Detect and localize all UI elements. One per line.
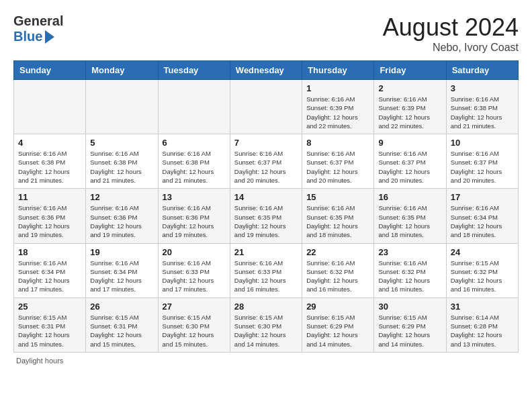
day-info: Sunrise: 6:16 AM Sunset: 6:34 PM Dayligh… — [18, 259, 81, 294]
header-day-friday: Friday — [374, 61, 446, 80]
day-info: Sunrise: 6:15 AM Sunset: 6:29 PM Dayligh… — [378, 313, 441, 349]
calendar-cell: 10Sunrise: 6:16 AM Sunset: 6:37 PM Dayli… — [446, 134, 518, 189]
day-number: 12 — [90, 192, 153, 202]
day-info: Sunrise: 6:15 AM Sunset: 6:31 PM Dayligh… — [90, 313, 153, 349]
week-row-1: 1Sunrise: 6:16 AM Sunset: 6:39 PM Daylig… — [14, 80, 519, 134]
day-info: Sunrise: 6:16 AM Sunset: 6:37 PM Dayligh… — [306, 149, 369, 185]
day-number: 16 — [378, 192, 441, 202]
location-title: Nebo, Ivory Coast — [383, 42, 519, 54]
day-info: Sunrise: 6:16 AM Sunset: 6:38 PM Dayligh… — [451, 95, 514, 130]
week-row-2: 4Sunrise: 6:16 AM Sunset: 6:38 PM Daylig… — [14, 134, 519, 189]
calendar-cell: 6Sunrise: 6:16 AM Sunset: 6:38 PM Daylig… — [158, 134, 230, 189]
calendar-cell: 12Sunrise: 6:16 AM Sunset: 6:36 PM Dayli… — [86, 189, 158, 243]
calendar-cell: 31Sunrise: 6:14 AM Sunset: 6:28 PM Dayli… — [446, 298, 518, 352]
day-number: 15 — [306, 192, 369, 202]
day-number: 20 — [163, 247, 226, 257]
day-info: Sunrise: 6:14 AM Sunset: 6:28 PM Dayligh… — [451, 313, 514, 349]
day-info: Sunrise: 6:16 AM Sunset: 6:33 PM Dayligh… — [163, 259, 226, 294]
logo: General Blue — [13, 13, 63, 44]
day-info: Sunrise: 6:16 AM Sunset: 6:38 PM Dayligh… — [18, 149, 81, 185]
day-info: Sunrise: 6:16 AM Sunset: 6:34 PM Dayligh… — [451, 203, 514, 239]
calendar-cell — [14, 80, 86, 134]
calendar-cell: 15Sunrise: 6:16 AM Sunset: 6:35 PM Dayli… — [302, 189, 374, 243]
calendar-cell: 13Sunrise: 6:16 AM Sunset: 6:36 PM Dayli… — [158, 189, 230, 243]
calendar-cell: 20Sunrise: 6:16 AM Sunset: 6:33 PM Dayli… — [158, 243, 230, 298]
calendar-cell: 18Sunrise: 6:16 AM Sunset: 6:34 PM Dayli… — [14, 243, 86, 298]
calendar-cell: 19Sunrise: 6:16 AM Sunset: 6:34 PM Dayli… — [86, 243, 158, 298]
day-number: 21 — [234, 247, 298, 257]
day-number: 25 — [18, 302, 81, 312]
week-row-4: 18Sunrise: 6:16 AM Sunset: 6:34 PM Dayli… — [14, 243, 519, 298]
footer: Daylight hours — [13, 357, 519, 365]
calendar-cell: 26Sunrise: 6:15 AM Sunset: 6:31 PM Dayli… — [86, 298, 158, 352]
calendar-table: SundayMondayTuesdayWednesdayThursdayFrid… — [13, 60, 519, 353]
day-number: 18 — [18, 247, 81, 257]
day-info: Sunrise: 6:16 AM Sunset: 6:36 PM Dayligh… — [163, 203, 226, 239]
calendar-cell: 24Sunrise: 6:15 AM Sunset: 6:32 PM Dayli… — [446, 243, 518, 298]
calendar-cell: 22Sunrise: 6:16 AM Sunset: 6:32 PM Dayli… — [302, 243, 374, 298]
day-info: Sunrise: 6:16 AM Sunset: 6:34 PM Dayligh… — [90, 259, 153, 294]
day-number: 3 — [451, 83, 514, 93]
day-number: 13 — [163, 192, 226, 202]
calendar-cell — [158, 80, 230, 134]
logo-general: General — [13, 13, 63, 29]
calendar-cell — [230, 80, 302, 134]
header-day-monday: Monday — [86, 61, 158, 80]
day-info: Sunrise: 6:16 AM Sunset: 6:32 PM Dayligh… — [306, 259, 369, 294]
day-number: 7 — [234, 138, 298, 148]
calendar-cell: 1Sunrise: 6:16 AM Sunset: 6:39 PM Daylig… — [302, 80, 374, 134]
day-number: 23 — [378, 247, 441, 257]
day-number: 28 — [234, 302, 298, 312]
day-number: 11 — [18, 192, 81, 202]
day-info: Sunrise: 6:15 AM Sunset: 6:30 PM Dayligh… — [234, 313, 298, 349]
day-number: 19 — [90, 247, 153, 257]
day-number: 29 — [306, 302, 369, 312]
day-number: 9 — [378, 138, 441, 148]
day-number: 4 — [18, 138, 81, 148]
logo-blue: Blue — [13, 29, 42, 44]
calendar-cell: 25Sunrise: 6:15 AM Sunset: 6:31 PM Dayli… — [14, 298, 86, 352]
day-info: Sunrise: 6:16 AM Sunset: 6:37 PM Dayligh… — [451, 149, 514, 185]
header-day-wednesday: Wednesday — [230, 61, 302, 80]
calendar-cell: 27Sunrise: 6:15 AM Sunset: 6:30 PM Dayli… — [158, 298, 230, 352]
calendar-cell: 17Sunrise: 6:16 AM Sunset: 6:34 PM Dayli… — [446, 189, 518, 243]
day-number: 26 — [90, 302, 153, 312]
day-info: Sunrise: 6:16 AM Sunset: 6:35 PM Dayligh… — [378, 203, 441, 239]
calendar-cell: 14Sunrise: 6:16 AM Sunset: 6:35 PM Dayli… — [230, 189, 302, 243]
calendar-cell: 7Sunrise: 6:16 AM Sunset: 6:37 PM Daylig… — [230, 134, 302, 189]
calendar-cell: 16Sunrise: 6:16 AM Sunset: 6:35 PM Dayli… — [374, 189, 446, 243]
day-info: Sunrise: 6:15 AM Sunset: 6:32 PM Dayligh… — [451, 259, 514, 294]
day-number: 2 — [378, 83, 441, 93]
day-info: Sunrise: 6:16 AM Sunset: 6:39 PM Dayligh… — [378, 95, 441, 130]
day-info: Sunrise: 6:15 AM Sunset: 6:30 PM Dayligh… — [163, 313, 226, 349]
calendar-cell: 9Sunrise: 6:16 AM Sunset: 6:37 PM Daylig… — [374, 134, 446, 189]
calendar-cell: 29Sunrise: 6:15 AM Sunset: 6:29 PM Dayli… — [302, 298, 374, 352]
day-info: Sunrise: 6:16 AM Sunset: 6:35 PM Dayligh… — [306, 203, 369, 239]
day-info: Sunrise: 6:16 AM Sunset: 6:36 PM Dayligh… — [18, 203, 81, 239]
day-number: 1 — [306, 83, 369, 93]
daylight-hours-label: Daylight hours — [16, 357, 63, 365]
day-number: 27 — [163, 302, 226, 312]
calendar-header: SundayMondayTuesdayWednesdayThursdayFrid… — [14, 61, 519, 80]
calendar-cell: 8Sunrise: 6:16 AM Sunset: 6:37 PM Daylig… — [302, 134, 374, 189]
calendar-body: 1Sunrise: 6:16 AM Sunset: 6:39 PM Daylig… — [14, 80, 519, 353]
day-number: 31 — [451, 302, 514, 312]
day-number: 17 — [451, 192, 514, 202]
day-info: Sunrise: 6:16 AM Sunset: 6:38 PM Dayligh… — [90, 149, 153, 185]
day-number: 24 — [451, 247, 514, 257]
title-area: August 2024 Nebo, Ivory Coast — [383, 13, 519, 54]
header-day-sunday: Sunday — [14, 61, 86, 80]
calendar-cell: 28Sunrise: 6:15 AM Sunset: 6:30 PM Dayli… — [230, 298, 302, 352]
day-number: 5 — [90, 138, 153, 148]
day-number: 10 — [451, 138, 514, 148]
calendar-cell: 4Sunrise: 6:16 AM Sunset: 6:38 PM Daylig… — [14, 134, 86, 189]
day-number: 8 — [306, 138, 369, 148]
day-info: Sunrise: 6:16 AM Sunset: 6:39 PM Dayligh… — [306, 95, 369, 130]
day-info: Sunrise: 6:16 AM Sunset: 6:37 PM Dayligh… — [378, 149, 441, 185]
header-day-saturday: Saturday — [446, 61, 518, 80]
day-number: 30 — [378, 302, 441, 312]
day-info: Sunrise: 6:16 AM Sunset: 6:32 PM Dayligh… — [378, 259, 441, 294]
day-info: Sunrise: 6:15 AM Sunset: 6:29 PM Dayligh… — [306, 313, 369, 349]
calendar-cell: 2Sunrise: 6:16 AM Sunset: 6:39 PM Daylig… — [374, 80, 446, 134]
calendar-cell: 11Sunrise: 6:16 AM Sunset: 6:36 PM Dayli… — [14, 189, 86, 243]
